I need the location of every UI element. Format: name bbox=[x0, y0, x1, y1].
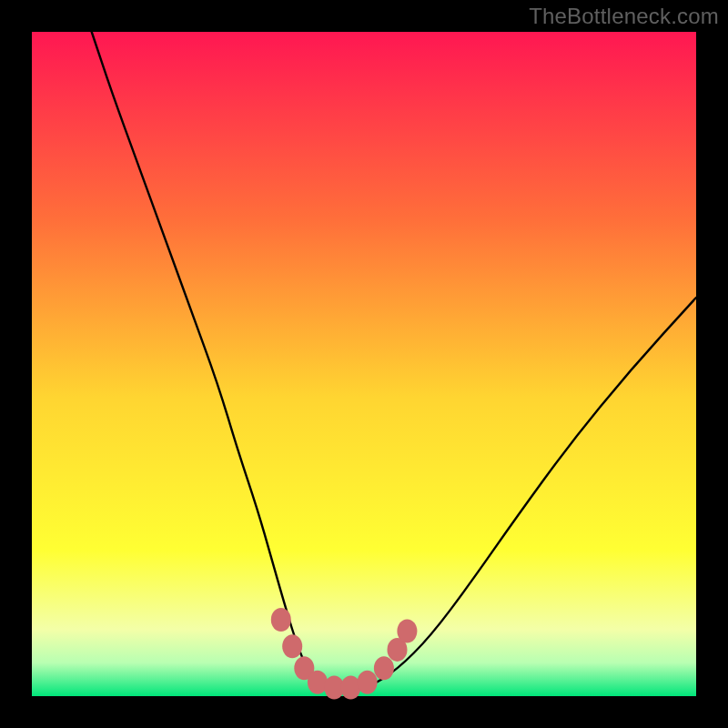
marker-blob bbox=[358, 671, 378, 694]
marker-blob bbox=[282, 634, 302, 658]
marker-blob bbox=[271, 608, 291, 632]
watermark-label: TheBottleneck.com bbox=[529, 4, 719, 29]
marker-blob bbox=[374, 656, 394, 680]
plot-background bbox=[32, 32, 696, 696]
chart-frame: TheBottleneck.com bbox=[0, 0, 728, 728]
marker-blob bbox=[397, 620, 417, 643]
bottleneck-chart bbox=[0, 0, 728, 728]
